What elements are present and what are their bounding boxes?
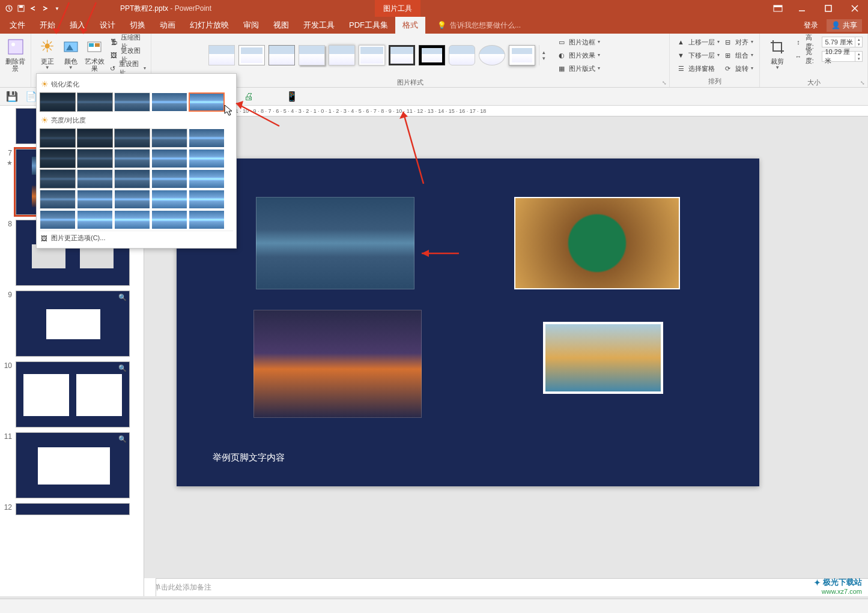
tab-slideshow[interactable]: 幻灯片放映 [183, 17, 236, 34]
slide-image-city[interactable] [253, 310, 422, 418]
brightness-preset[interactable] [77, 190, 113, 209]
share-button[interactable]: 👤 共享 [827, 19, 862, 32]
bring-forward-button[interactable]: ▲上移一层▾ [676, 36, 720, 48]
tab-format[interactable]: 格式 [395, 17, 425, 34]
notes-pane[interactable]: 单击此处添加备注 [144, 578, 868, 596]
crop-button[interactable]: 裁剪 ▼ [765, 36, 790, 71]
brightness-preset[interactable] [189, 169, 225, 189]
slide-image-mountain[interactable] [256, 197, 414, 289]
slide[interactable]: 举例页脚文字内容 [177, 159, 759, 486]
brightness-preset[interactable] [151, 190, 187, 209]
picture-corrections-options[interactable]: 🖼 图片更正选项(C)... [40, 231, 233, 245]
tab-insert[interactable]: 插入 [62, 17, 93, 34]
brightness-preset[interactable] [114, 210, 150, 229]
brightness-preset[interactable] [114, 149, 150, 168]
group-button[interactable]: ⊞组合▾ [723, 49, 753, 61]
brightness-preset[interactable] [189, 128, 225, 148]
style-thumb[interactable] [389, 45, 415, 65]
remove-background-button[interactable]: 删除背景 [2, 36, 29, 73]
brightness-preset[interactable] [151, 169, 187, 189]
corrections-button[interactable]: ☀ 更正 ▼ [36, 36, 58, 71]
brightness-preset[interactable] [151, 128, 187, 148]
brightness-preset[interactable] [77, 169, 113, 189]
color-button[interactable]: 颜色 ▼ [59, 36, 82, 71]
picture-border-button[interactable]: ▭图片边框▾ [557, 36, 600, 48]
tab-pdf[interactable]: PDF工具集 [342, 17, 395, 34]
slide-canvas[interactable]: 举例页脚文字内容 [144, 116, 868, 578]
picture-styles-gallery[interactable]: ▴▾ ▭图片边框▾ ◐图片效果▾ ▦图片版式▾ [208, 36, 612, 74]
tab-home[interactable]: 开始 [32, 17, 62, 34]
style-thumb[interactable] [359, 45, 385, 65]
height-input[interactable]: 5.79 厘米▴▾ [822, 37, 863, 47]
style-thumb[interactable] [238, 45, 265, 65]
brightness-preset[interactable] [40, 149, 76, 168]
slide-thumb-item[interactable]: 10 🔍 [0, 359, 144, 430]
reset-picture-button[interactable]: ↺重设图片▾ [109, 62, 146, 74]
spin-up-icon[interactable]: ▴ [855, 37, 862, 42]
selection-pane-button[interactable]: ☰选择窗格 [676, 62, 720, 74]
sharpen-preset[interactable] [40, 92, 76, 112]
undo-icon[interactable] [29, 4, 37, 13]
tab-file[interactable]: 文件 [2, 17, 32, 34]
brightness-preset[interactable] [151, 149, 187, 168]
brightness-preset[interactable] [114, 190, 150, 209]
print-preview-icon[interactable]: 🖨 [244, 91, 253, 102]
spin-down-icon[interactable]: ▾ [855, 56, 862, 61]
ribbon-display-icon[interactable] [767, 0, 789, 17]
tell-me[interactable]: 💡 告诉我您想要做什么... [437, 17, 521, 34]
close-button[interactable] [842, 0, 868, 17]
tab-view[interactable]: 视图 [266, 17, 296, 34]
style-thumb[interactable] [449, 45, 475, 65]
tab-developer[interactable]: 开发工具 [296, 17, 342, 34]
sharpen-preset[interactable] [77, 92, 113, 112]
brightness-preset[interactable] [189, 210, 225, 229]
sharpen-preset[interactable] [151, 92, 187, 112]
brightness-preset[interactable] [77, 149, 113, 168]
brightness-preset[interactable] [40, 210, 76, 229]
sharpen-preset[interactable] [114, 92, 150, 112]
new-file-icon[interactable]: 📄 [25, 91, 37, 102]
brightness-preset[interactable] [114, 169, 150, 189]
qat-more-icon[interactable]: ▼ [53, 4, 61, 13]
save-icon[interactable]: 💾 [6, 91, 18, 102]
maximize-button[interactable] [815, 0, 842, 17]
brightness-preset[interactable] [189, 190, 225, 209]
align-button[interactable]: ⊟对齐▾ [723, 36, 753, 48]
tab-design[interactable]: 设计 [93, 17, 123, 34]
width-input[interactable]: 10.29 厘米▴▾ [822, 51, 863, 62]
slide-thumb-item[interactable]: 11 🔍 [0, 430, 144, 501]
artistic-effects-button[interactable]: 艺术效果 ▼ [83, 36, 105, 79]
slide-thumb-item[interactable]: 12 [0, 501, 144, 518]
login-link[interactable]: 登录 [804, 20, 818, 31]
brightness-preset[interactable] [77, 128, 113, 148]
sharpen-preset[interactable] [189, 92, 225, 112]
style-thumb[interactable] [299, 45, 325, 65]
tab-transitions[interactable]: 切换 [123, 17, 153, 34]
slide-image-chalkboard[interactable] [514, 197, 680, 289]
tab-animations[interactable]: 动画 [153, 17, 183, 34]
touch-mode-icon[interactable]: 📱 [286, 91, 298, 102]
style-thumb[interactable] [269, 45, 295, 65]
brightness-preset[interactable] [40, 190, 76, 209]
style-thumb[interactable] [208, 45, 235, 65]
autosave-icon[interactable] [5, 4, 13, 13]
redo-icon[interactable] [41, 4, 49, 13]
gallery-expand-icon[interactable]: ▴▾ [539, 45, 548, 65]
slide-footer-text[interactable]: 举例页脚文字内容 [213, 452, 285, 464]
dialog-launcher-icon[interactable]: ⤡ [662, 80, 667, 86]
picture-effects-button[interactable]: ◐图片效果▾ [557, 49, 600, 61]
slide-thumb-item[interactable]: 9 🔍 [0, 288, 144, 359]
style-thumb[interactable] [509, 45, 535, 65]
brightness-preset[interactable] [40, 128, 76, 148]
style-thumb[interactable] [479, 45, 505, 65]
tab-review[interactable]: 审阅 [236, 17, 266, 34]
minimize-button[interactable] [789, 0, 815, 17]
style-thumb[interactable] [419, 45, 445, 65]
brightness-preset[interactable] [114, 128, 150, 148]
brightness-preset[interactable] [77, 210, 113, 229]
picture-layout-button[interactable]: ▦图片版式▾ [557, 62, 600, 74]
slide-image-lake[interactable] [543, 322, 663, 394]
brightness-preset[interactable] [40, 169, 76, 189]
spin-up-icon[interactable]: ▴ [855, 52, 862, 56]
brightness-preset[interactable] [151, 210, 187, 229]
